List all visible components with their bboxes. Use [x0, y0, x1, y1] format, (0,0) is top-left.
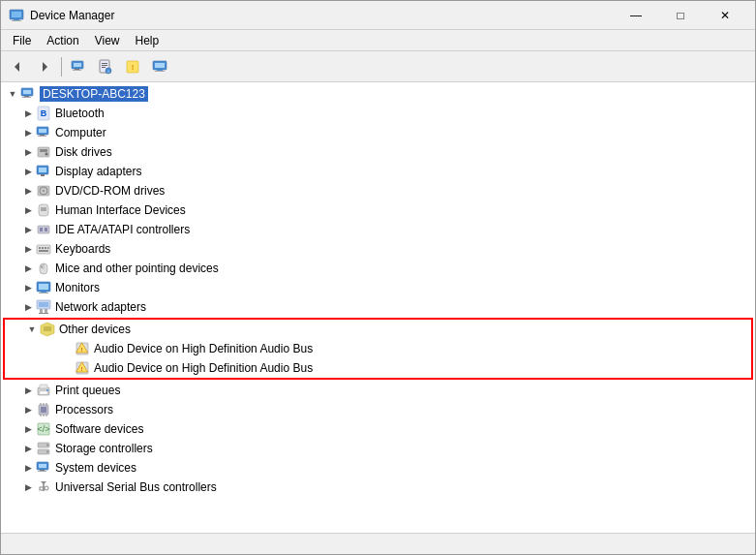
svg-rect-55 [41, 265, 43, 268]
tree-item-audio-1[interactable]: ! Audio Device on High Definition Audio … [5, 339, 751, 358]
other-devices-expand[interactable]: ▼ [24, 322, 40, 337]
display-expand[interactable]: ▶ [20, 164, 36, 179]
computer-expand[interactable]: ▶ [20, 125, 36, 140]
audio2-label: Audio Device on High Definition Audio Bu… [94, 361, 313, 375]
tree-item-other-devices[interactable]: ▼ Other devices [5, 320, 751, 339]
svg-point-88 [46, 445, 48, 447]
svg-marker-95 [41, 481, 46, 484]
storage-expand[interactable]: ▶ [20, 441, 36, 456]
hid-label: Human Interface Devices [55, 203, 186, 217]
tree-item-processors[interactable]: ▶ Processors [1, 400, 755, 419]
svg-rect-12 [102, 65, 107, 66]
svg-rect-77 [41, 407, 46, 413]
tree-item-disk[interactable]: ▶ Disk drives [1, 142, 755, 162]
title-bar: Device Manager — □ ✕ [1, 1, 755, 30]
svg-rect-64 [39, 313, 48, 314]
tree-item-network[interactable]: ▶ Network adapters [1, 297, 755, 317]
status-bar [1, 533, 755, 554]
keyboards-label: Keyboards [55, 242, 110, 256]
menu-action[interactable]: Action [39, 32, 86, 49]
svg-rect-3 [12, 20, 21, 21]
keyboard-icon [36, 241, 51, 257]
ide-icon [36, 222, 51, 237]
tree-item-ide[interactable]: ▶ IDE ATA/ATAPI controllers [1, 220, 755, 239]
monitors-expand[interactable]: ▶ [20, 280, 36, 295]
audio1-warning-icon: ! [75, 341, 90, 356]
root-label: DESKTOP-ABC123 [40, 86, 148, 102]
menu-help[interactable]: Help [128, 32, 167, 49]
device-tree[interactable]: ▼ DESKTOP-ABC123 ▶ B [1, 82, 755, 533]
toolbar: i ! [1, 51, 755, 82]
tree-item-usb[interactable]: ▶ Universal Serial Bus controllers [1, 478, 755, 497]
back-button[interactable] [5, 54, 30, 79]
dvd-label: DVD/CD-ROM drives [55, 184, 165, 198]
ide-expand[interactable]: ▶ [20, 222, 36, 237]
menu-file[interactable]: File [5, 32, 39, 49]
disk-label: Disk drives [55, 145, 112, 159]
software-icon: </> [36, 421, 51, 437]
system-expand[interactable]: ▶ [20, 460, 36, 476]
tree-item-print[interactable]: ▶ Print queues [1, 381, 755, 400]
tree-item-keyboards[interactable]: ▶ Keyboards [1, 239, 755, 259]
disk-expand[interactable]: ▶ [20, 144, 36, 160]
svg-rect-93 [38, 471, 46, 472]
network-expand[interactable]: ▶ [20, 299, 36, 315]
tree-item-software[interactable]: ▶ </> Software devices [1, 419, 755, 439]
menu-bar: File Action View Help [1, 30, 755, 51]
forward-button[interactable] [32, 54, 57, 79]
tree-item-display[interactable]: ▶ Display adapters [1, 162, 755, 181]
svg-rect-31 [38, 136, 46, 137]
monitor-button[interactable] [147, 54, 172, 79]
usb-expand[interactable]: ▶ [20, 479, 36, 495]
other-devices-highlighted-section: ▼ Other devices [3, 318, 753, 380]
menu-view[interactable]: View [87, 32, 128, 49]
print-expand[interactable]: ▶ [20, 383, 36, 398]
svg-rect-65 [44, 326, 51, 331]
update-driver-button[interactable]: ! [120, 54, 145, 79]
other-devices-label: Other devices [59, 323, 131, 336]
mouse-icon [36, 261, 51, 276]
minimize-button[interactable]: — [614, 1, 658, 30]
svg-rect-37 [41, 174, 45, 176]
tree-item-hid[interactable]: ▶ Human Interface Devices [1, 200, 755, 220]
software-label: Software devices [55, 422, 143, 436]
mice-expand[interactable]: ▶ [20, 261, 36, 276]
tree-item-dvd[interactable]: ▶ DVD/CD-ROM drives [1, 181, 755, 200]
tree-item-computer[interactable]: ▶ Computer [1, 123, 755, 142]
device-manager-button[interactable] [66, 54, 91, 79]
tree-root[interactable]: ▼ DESKTOP-ABC123 [1, 84, 755, 104]
usb-icon [36, 479, 51, 495]
tree-item-monitors[interactable]: ▶ Monitors [1, 278, 755, 297]
usb-label: Universal Serial Bus controllers [55, 480, 217, 494]
software-expand[interactable]: ▶ [20, 421, 36, 437]
svg-rect-21 [155, 71, 165, 72]
svg-text:!: ! [81, 347, 83, 353]
keyboards-expand[interactable]: ▶ [20, 241, 36, 257]
svg-rect-46 [45, 228, 47, 231]
hid-expand[interactable]: ▶ [20, 202, 36, 218]
network-label: Network adapters [55, 300, 146, 314]
tree-item-audio-2[interactable]: ! Audio Device on High Definition Audio … [5, 358, 751, 378]
svg-rect-74 [40, 391, 47, 394]
ide-label: IDE ATA/ATAPI controllers [55, 223, 190, 236]
tree-item-storage[interactable]: ▶ Storage controllers [1, 439, 755, 458]
close-button[interactable]: ✕ [703, 1, 747, 30]
svg-rect-57 [39, 284, 48, 290]
tree-item-mice[interactable]: ▶ Mice and other pointing devices [1, 259, 755, 278]
root-expand[interactable]: ▼ [5, 86, 20, 102]
svg-rect-13 [102, 67, 106, 68]
maximize-button[interactable]: □ [658, 1, 703, 30]
svg-rect-50 [45, 247, 46, 249]
other-devices-icon [40, 322, 55, 337]
tree-item-bluetooth[interactable]: ▶ B Bluetooth [1, 104, 755, 123]
svg-rect-9 [73, 70, 81, 71]
processors-expand[interactable]: ▶ [20, 402, 36, 417]
svg-rect-25 [22, 97, 31, 98]
dvd-expand[interactable]: ▶ [20, 183, 36, 199]
tree-item-system[interactable]: ▶ System devices [1, 458, 755, 478]
properties-button[interactable]: i [93, 54, 118, 79]
bluetooth-expand[interactable]: ▶ [20, 106, 36, 121]
toolbar-sep-1 [61, 57, 62, 77]
svg-text:</>: </> [37, 424, 49, 434]
print-icon [36, 383, 51, 398]
